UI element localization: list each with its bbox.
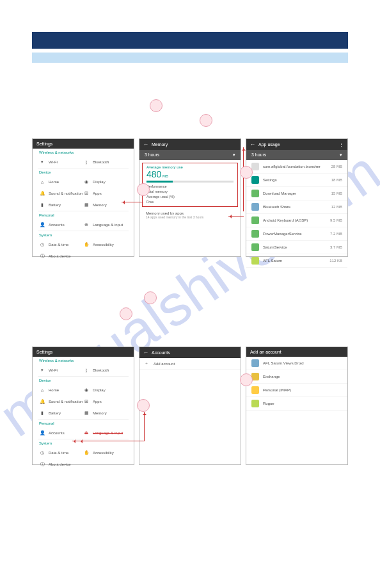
app-row[interactable]: SaturnService3.7 MB bbox=[246, 241, 347, 254]
bell-icon: 🔔 bbox=[39, 190, 45, 197]
chevron-down-icon: ▾ bbox=[340, 152, 342, 158]
item-bluetooth[interactable]: ᛒBluetooth bbox=[83, 159, 127, 165]
app-row[interactable]: Bluetooth Share12 MB bbox=[246, 200, 347, 214]
header-band-dark bbox=[32, 32, 348, 49]
item-datetime[interactable]: ◷Date & time bbox=[39, 241, 83, 248]
info-icon: ⓘ bbox=[39, 253, 45, 259]
memory-used-by-apps[interactable]: Memory used by apps 14 apps used memory … bbox=[142, 209, 238, 221]
time-range-dropdown-2[interactable]: 3 hours▾ bbox=[246, 150, 347, 160]
back-icon[interactable]: ← bbox=[250, 142, 255, 147]
account-type-row[interactable]: Personal (IMAP) bbox=[246, 384, 347, 397]
app-row[interactable]: Android Keyboard (AOSP)9.5 MB bbox=[246, 214, 347, 227]
item-wifi[interactable]: ▾Wi-Fi bbox=[39, 159, 83, 165]
back-icon[interactable]: ← bbox=[143, 350, 148, 355]
display-icon: ◉ bbox=[83, 179, 90, 185]
item-battery[interactable]: ▮Battery bbox=[39, 202, 83, 208]
header-band-light bbox=[32, 53, 348, 63]
app-row[interactable]: Download Manager15 MB bbox=[246, 187, 347, 200]
item-datetime[interactable]: ◷Date & time bbox=[39, 450, 83, 456]
item-accessibility[interactable]: ✋Accessibility bbox=[83, 450, 127, 456]
accessibility-icon: ✋ bbox=[83, 241, 90, 248]
item-apps[interactable]: ⊞Apps bbox=[83, 398, 127, 405]
screens-row-1: Settings Wireless & networks ▾Wi-Fi ᛒBlu… bbox=[32, 138, 348, 257]
item-sound[interactable]: 🔔Sound & notification bbox=[39, 398, 83, 405]
account-type-row[interactable]: Rogue bbox=[246, 397, 347, 411]
item-accounts[interactable]: 👤Accounts bbox=[39, 222, 83, 228]
avg-memory-box: Average memory use 480 MB Performance To… bbox=[142, 163, 238, 207]
chevron-down-icon: ▾ bbox=[233, 152, 235, 158]
back-icon[interactable]: ← bbox=[143, 142, 148, 147]
add-account-row[interactable]: ＋Add account bbox=[139, 358, 241, 370]
wifi-icon: ▾ bbox=[39, 159, 45, 165]
item-about[interactable]: ⓘAbout device bbox=[39, 461, 83, 468]
item-apps[interactable]: ⊞Apps bbox=[83, 190, 127, 197]
screen-memory: ←Memory 3 hours▾ Average memory use 480 … bbox=[139, 138, 241, 257]
accounts-icon: 👤 bbox=[39, 222, 45, 228]
item-display[interactable]: ◉Display bbox=[83, 179, 127, 185]
screen-app-usage: ←App usage⋮ 3 hours▾ com.aflglobal.found… bbox=[246, 138, 348, 257]
battery-icon: ▮ bbox=[39, 202, 45, 208]
accounts-header: ←Accounts bbox=[139, 347, 241, 358]
item-home[interactable]: ⌂Home bbox=[39, 179, 83, 185]
account-type-row[interactable]: AFL Saturn.Views.Droid bbox=[246, 357, 347, 370]
memory-header: ←Memory bbox=[139, 139, 241, 150]
item-accounts[interactable]: 👤Accounts bbox=[39, 430, 83, 436]
screen-settings: Settings Wireless & networks ▾Wi-Fi ᛒBlu… bbox=[32, 138, 134, 257]
item-bluetooth[interactable]: ᛒBluetooth bbox=[83, 367, 127, 373]
plus-icon: ＋ bbox=[145, 361, 148, 366]
item-language[interactable]: ⊕Language & input bbox=[83, 222, 127, 228]
settings-header: Settings bbox=[33, 139, 134, 149]
app-row[interactable]: AFL Saturn112 KB bbox=[246, 254, 347, 268]
item-accessibility[interactable]: ✋Accessibility bbox=[83, 241, 127, 248]
item-wifi[interactable]: ▾Wi-Fi bbox=[39, 367, 83, 373]
app-usage-header: ←App usage⋮ bbox=[246, 139, 347, 150]
memory-icon: ▦ bbox=[83, 202, 90, 208]
item-sound[interactable]: 🔔Sound & notification bbox=[39, 190, 83, 197]
item-home[interactable]: ⌂Home bbox=[39, 387, 83, 393]
clock-icon: ◷ bbox=[39, 241, 45, 248]
screen-settings-2: Settings Wireless & networks ▾Wi-Fi ᛒBlu… bbox=[32, 347, 134, 465]
screen-add-account: Add an account AFL Saturn.Views.Droid Ex… bbox=[246, 347, 348, 465]
item-battery[interactable]: ▮Battery bbox=[39, 410, 83, 416]
app-row[interactable]: PowerManagerService7.2 MB bbox=[246, 227, 347, 241]
apps-icon: ⊞ bbox=[83, 190, 90, 197]
time-range-dropdown[interactable]: 3 hours▾ bbox=[139, 150, 241, 160]
app-row[interactable]: Settings18 MB bbox=[246, 174, 347, 187]
item-language[interactable]: ⊕Language & input bbox=[83, 430, 127, 436]
item-memory[interactable]: ▦Memory bbox=[83, 410, 127, 416]
item-about[interactable]: ⓘAbout device bbox=[39, 253, 83, 259]
home-icon: ⌂ bbox=[39, 179, 45, 185]
more-icon[interactable]: ⋮ bbox=[339, 142, 344, 147]
account-type-row[interactable]: Exchange bbox=[246, 370, 347, 384]
screens-row-2: Settings Wireless & networks ▾Wi-Fi ᛒBlu… bbox=[32, 347, 348, 465]
globe-icon: ⊕ bbox=[83, 222, 90, 228]
bluetooth-icon: ᛒ bbox=[83, 159, 90, 165]
add-account-header: Add an account bbox=[246, 347, 347, 357]
app-row[interactable]: com.aflglobal.foundation.launcher28 MB bbox=[246, 160, 347, 174]
item-display[interactable]: ◉Display bbox=[83, 387, 127, 393]
screen-accounts: ←Accounts ＋Add account bbox=[139, 347, 241, 465]
